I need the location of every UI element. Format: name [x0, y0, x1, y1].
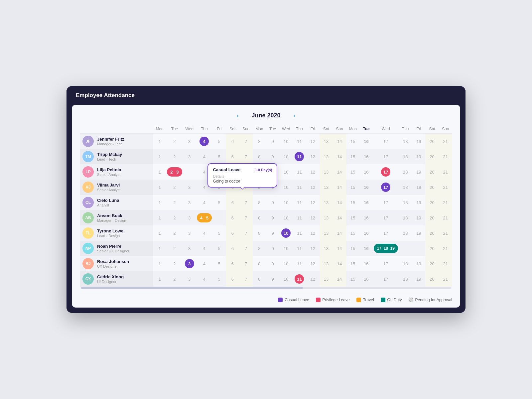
- day-cell[interactable]: 6: [226, 210, 239, 225]
- day-cell[interactable]: 5: [212, 241, 226, 256]
- day-cell[interactable]: 3: [183, 256, 196, 271]
- day-cell[interactable]: 13: [320, 164, 333, 180]
- day-cell[interactable]: 17: [373, 210, 399, 225]
- day-cell[interactable]: 17: [373, 225, 399, 241]
- day-cell today-num[interactable]: 16: [359, 271, 373, 287]
- day-cell[interactable]: 14: [333, 149, 346, 164]
- day-cell[interactable]: 11: [293, 195, 306, 210]
- day-cell[interactable]: 20: [425, 134, 439, 149]
- day-cell[interactable]: 2: [166, 225, 183, 241]
- day-cell[interactable]: 9: [266, 195, 279, 210]
- day-cell[interactable]: 17: [373, 256, 399, 271]
- day-cell[interactable]: 5: [212, 195, 226, 210]
- day-cell[interactable]: 19: [412, 271, 425, 287]
- day-cell[interactable]: 6: [226, 195, 239, 210]
- day-cell today-num[interactable]: 16: [359, 241, 373, 256]
- day-cell[interactable]: 1: [153, 241, 166, 256]
- day-cell[interactable]: 9: [266, 134, 279, 149]
- day-cell[interactable]: 6: [226, 256, 239, 271]
- day-cell[interactable]: 15: [346, 241, 359, 256]
- day-cell[interactable]: 19: [412, 210, 425, 225]
- day-cell[interactable]: 18: [399, 256, 412, 271]
- day-cell[interactable]: 1: [153, 210, 166, 225]
- day-cell today-num[interactable]: 16: [359, 256, 373, 271]
- day-cell[interactable]: 15: [346, 225, 359, 241]
- day-cell[interactable]: 10: [279, 134, 293, 149]
- day-cell[interactable]: 12: [306, 164, 320, 180]
- day-cell[interactable]: 13: [320, 134, 333, 149]
- day-cell[interactable]: 18: [399, 164, 412, 180]
- day-cell[interactable]: 13: [320, 180, 333, 195]
- day-cell[interactable]: 3: [183, 241, 196, 256]
- day-cell[interactable]: 2: [166, 210, 183, 225]
- day-cell[interactable]: 17: [373, 164, 399, 180]
- day-cell[interactable]: 14: [333, 180, 346, 195]
- day-cell[interactable]: 18: [399, 210, 412, 225]
- day-cell[interactable]: 19: [412, 164, 425, 180]
- day-cell[interactable]: 9: [266, 210, 279, 225]
- day-cell today-num[interactable]: 16: [359, 134, 373, 149]
- day-cell[interactable]: 10: [279, 195, 293, 210]
- day-cell[interactable]: [183, 164, 196, 180]
- day-cell[interactable]: 4: [196, 134, 212, 149]
- day-cell[interactable]: 17: [373, 195, 399, 210]
- day-cell[interactable]: 12: [306, 195, 320, 210]
- day-cell[interactable]: 15: [346, 271, 359, 287]
- day-cell[interactable]: 18: [399, 149, 412, 164]
- day-cell[interactable]: 15: [346, 180, 359, 195]
- day-cell today-num[interactable]: 16: [359, 164, 373, 180]
- day-cell today-num[interactable]: 16: [359, 210, 373, 225]
- day-cell[interactable]: 14: [333, 225, 346, 241]
- day-cell[interactable]: 8: [253, 134, 266, 149]
- day-cell[interactable]: 19: [412, 225, 425, 241]
- day-cell[interactable]: 21: [439, 180, 452, 195]
- day-cell[interactable]: 21: [439, 225, 452, 241]
- day-cell[interactable]: 13: [320, 241, 333, 256]
- day-cell[interactable]: 7: [239, 210, 252, 225]
- day-cell[interactable]: 3: [183, 134, 196, 149]
- day-cell[interactable]: 12: [306, 256, 320, 271]
- day-cell[interactable]: 6: [226, 241, 239, 256]
- day-cell[interactable]: 10: [279, 256, 293, 271]
- day-cell[interactable]: [412, 241, 425, 256]
- day-cell[interactable]: 19: [412, 134, 425, 149]
- day-cell[interactable]: 6: [226, 225, 239, 241]
- day-cell[interactable]: 19: [412, 180, 425, 195]
- day-cell[interactable]: 1: [153, 164, 166, 180]
- day-cell[interactable]: 9: [266, 241, 279, 256]
- day-cell[interactable]: 7: [239, 256, 252, 271]
- day-cell[interactable]: 20: [425, 164, 439, 180]
- day-cell[interactable]: 17: [373, 149, 399, 164]
- day-cell[interactable]: 19: [412, 195, 425, 210]
- day-cell[interactable]: 2 3: [166, 164, 183, 180]
- day-cell[interactable]: 4 5: [196, 210, 212, 225]
- day-cell[interactable]: 21: [439, 149, 452, 164]
- day-cell[interactable]: 14: [333, 271, 346, 287]
- day-cell[interactable]: 17: [373, 180, 399, 195]
- day-cell[interactable]: 11: [293, 180, 306, 195]
- day-cell[interactable]: 14: [333, 210, 346, 225]
- day-cell[interactable]: 14: [333, 164, 346, 180]
- day-cell[interactable]: 19: [412, 256, 425, 271]
- day-cell[interactable]: 7: [239, 149, 252, 164]
- day-cell[interactable]: 1: [153, 134, 166, 149]
- day-cell[interactable]: 20: [425, 210, 439, 225]
- day-cell[interactable]: 21: [439, 134, 452, 149]
- day-cell[interactable]: 1: [153, 225, 166, 241]
- day-cell[interactable]: 9: [266, 271, 279, 287]
- day-cell[interactable]: 5: [212, 134, 226, 149]
- day-cell[interactable]: 12: [306, 180, 320, 195]
- day-cell[interactable]: 10: [279, 164, 293, 180]
- day-cell[interactable]: 20: [425, 271, 439, 287]
- day-cell[interactable]: 3: [183, 225, 196, 241]
- day-cell[interactable]: 4: [196, 225, 212, 241]
- day-cell[interactable]: 14: [333, 256, 346, 271]
- day-cell[interactable]: 13: [320, 149, 333, 164]
- day-cell[interactable]: 15: [346, 164, 359, 180]
- day-cell[interactable]: 13: [320, 195, 333, 210]
- day-cell[interactable]: 14: [333, 241, 346, 256]
- day-cell[interactable]: 20: [425, 256, 439, 271]
- day-cell[interactable]: 8: [253, 210, 266, 225]
- day-cell[interactable]: 3: [183, 195, 196, 210]
- day-cell[interactable]: 11: [293, 149, 306, 164]
